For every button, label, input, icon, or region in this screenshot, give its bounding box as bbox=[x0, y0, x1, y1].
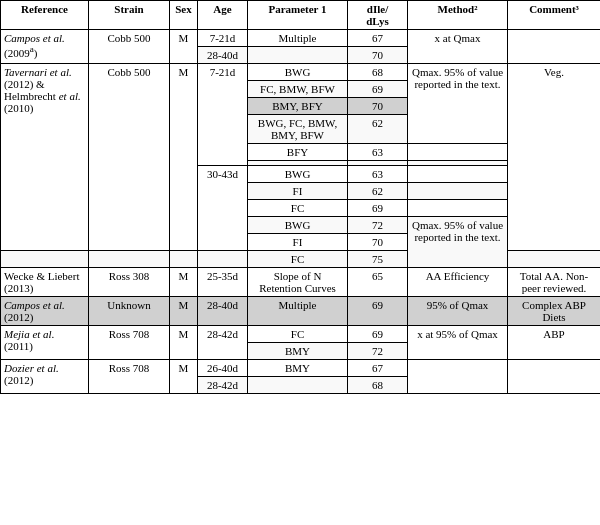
cell-param: BWG, FC, BMW, BMY, BFW bbox=[248, 115, 348, 144]
cell-param: FC bbox=[248, 251, 348, 268]
cell-age bbox=[198, 251, 248, 268]
cell-sex: M bbox=[170, 297, 198, 326]
cell-param: BMY bbox=[248, 343, 348, 360]
cell-sex: M bbox=[170, 360, 198, 394]
table-row: Tavernari et al. (2012) & Helmbrecht et … bbox=[1, 64, 601, 81]
header-reference: Reference bbox=[1, 1, 89, 30]
cell-method bbox=[408, 360, 508, 394]
cell-param: BWG bbox=[248, 166, 348, 183]
cell-comment: Veg. bbox=[508, 64, 601, 251]
cell-strain: Ross 708 bbox=[89, 326, 170, 360]
cell-sex: M bbox=[170, 326, 198, 360]
cell-dile: 62 bbox=[348, 115, 408, 144]
cell-sex: M bbox=[170, 64, 198, 251]
cell-comment bbox=[508, 251, 601, 268]
cell-param: Slope of N Retention Curves bbox=[248, 268, 348, 297]
cell-dile: 69 bbox=[348, 200, 408, 217]
cell-comment bbox=[508, 30, 601, 64]
cell-strain: Ross 308 bbox=[89, 268, 170, 297]
cell-dile: 68 bbox=[348, 64, 408, 81]
header-dile: dIle/dLys bbox=[348, 1, 408, 30]
cell-param: BMY bbox=[248, 360, 348, 377]
table-row: Mejia et al. (2011) Ross 708 M 28-42d FC… bbox=[1, 326, 601, 343]
cell-param: FC bbox=[248, 326, 348, 343]
table-row: Dozier et al.(2012) Ross 708 M 26-40d BM… bbox=[1, 360, 601, 377]
table-row: Campos et al. (2012) Unknown M 28-40d Mu… bbox=[1, 297, 601, 326]
cell-strain bbox=[89, 251, 170, 268]
cell-param: BWG bbox=[248, 217, 348, 234]
cell-reference: Campos et al. (2012) bbox=[1, 297, 89, 326]
cell-dile: 65 bbox=[348, 268, 408, 297]
cell-sex bbox=[170, 251, 198, 268]
cell-reference bbox=[1, 251, 89, 268]
cell-reference: Wecke & Liebert (2013) bbox=[1, 268, 89, 297]
cell-age: 28-40d bbox=[198, 297, 248, 326]
header-sex: Sex bbox=[170, 1, 198, 30]
cell-dile: 69 bbox=[348, 81, 408, 98]
cell-age: 7-21d bbox=[198, 30, 248, 47]
cell-dile: 70 bbox=[348, 98, 408, 115]
cell-dile: 69 bbox=[348, 326, 408, 343]
table-row: Wecke & Liebert (2013) Ross 308 M 25-35d… bbox=[1, 268, 601, 297]
cell-dile: 75 bbox=[348, 251, 408, 268]
cell-param: FC bbox=[248, 200, 348, 217]
cell-dile: 68 bbox=[348, 377, 408, 394]
cell-age: 28-42d bbox=[198, 377, 248, 394]
cell-method: AA Efficiency bbox=[408, 268, 508, 297]
cell-dile: 69 bbox=[348, 297, 408, 326]
table-row: Campos et al. (2009a) Cobb 500 M 7-21d M… bbox=[1, 30, 601, 47]
cell-dile: 70 bbox=[348, 234, 408, 251]
cell-reference: Tavernari et al. (2012) & Helmbrecht et … bbox=[1, 64, 89, 251]
cell-comment bbox=[508, 360, 601, 394]
cell-dile: 63 bbox=[348, 166, 408, 183]
cell-dile: 70 bbox=[348, 47, 408, 64]
cell-comment: Complex ABP Diets bbox=[508, 297, 601, 326]
cell-comment: Total AA. Non-peer reviewed. bbox=[508, 268, 601, 297]
cell-age: 7-21d bbox=[198, 64, 248, 166]
cell-dile: 67 bbox=[348, 360, 408, 377]
cell-method: Qmax. 95% of value reported in the text. bbox=[408, 64, 508, 144]
cell-method: x at Qmax bbox=[408, 30, 508, 64]
cell-param: BWG bbox=[248, 64, 348, 81]
header-age: Age bbox=[198, 1, 248, 30]
cell-method bbox=[408, 166, 508, 183]
cell-age: 26-40d bbox=[198, 360, 248, 377]
table-row: FC 75 bbox=[1, 251, 601, 268]
cell-dile: 62 bbox=[348, 183, 408, 200]
cell-method: Qmax. 95% of value reported in the text. bbox=[408, 217, 508, 268]
cell-method bbox=[408, 183, 508, 200]
cell-param bbox=[248, 377, 348, 394]
cell-dile: 67 bbox=[348, 30, 408, 47]
cell-strain: Ross 708 bbox=[89, 360, 170, 394]
cell-reference: Mejia et al. (2011) bbox=[1, 326, 89, 360]
cell-comment: ABP bbox=[508, 326, 601, 360]
cell-param: Multiple bbox=[248, 297, 348, 326]
header-comment: Comment³ bbox=[508, 1, 601, 30]
cell-param: BMY, BFY bbox=[248, 98, 348, 115]
cell-age: 28-40d bbox=[198, 47, 248, 64]
cell-age: 25-35d bbox=[198, 268, 248, 297]
data-table: Reference Strain Sex Age Parameter 1 dIl… bbox=[0, 0, 600, 394]
cell-param: FI bbox=[248, 183, 348, 200]
cell-reference: Dozier et al.(2012) bbox=[1, 360, 89, 394]
cell-dile: 72 bbox=[348, 343, 408, 360]
cell-dile: 63 bbox=[348, 144, 408, 161]
cell-param: FI bbox=[248, 234, 348, 251]
cell-method: 95% of Qmax bbox=[408, 297, 508, 326]
header-parameter: Parameter 1 bbox=[248, 1, 348, 30]
header-method: Method² bbox=[408, 1, 508, 30]
cell-param: FC, BMW, BFW bbox=[248, 81, 348, 98]
cell-param: Multiple bbox=[248, 30, 348, 47]
cell-strain: Cobb 500 bbox=[89, 30, 170, 64]
cell-method bbox=[408, 144, 508, 161]
cell-strain: Cobb 500 bbox=[89, 64, 170, 251]
cell-strain: Unknown bbox=[89, 297, 170, 326]
cell-age: 30-43d bbox=[198, 166, 248, 251]
cell-sex: M bbox=[170, 30, 198, 64]
cell-reference: Campos et al. (2009a) bbox=[1, 30, 89, 64]
cell-method bbox=[408, 200, 508, 217]
cell-method: x at 95% of Qmax bbox=[408, 326, 508, 360]
cell-param: BFY bbox=[248, 144, 348, 161]
cell-param bbox=[248, 47, 348, 64]
header-strain: Strain bbox=[89, 1, 170, 30]
